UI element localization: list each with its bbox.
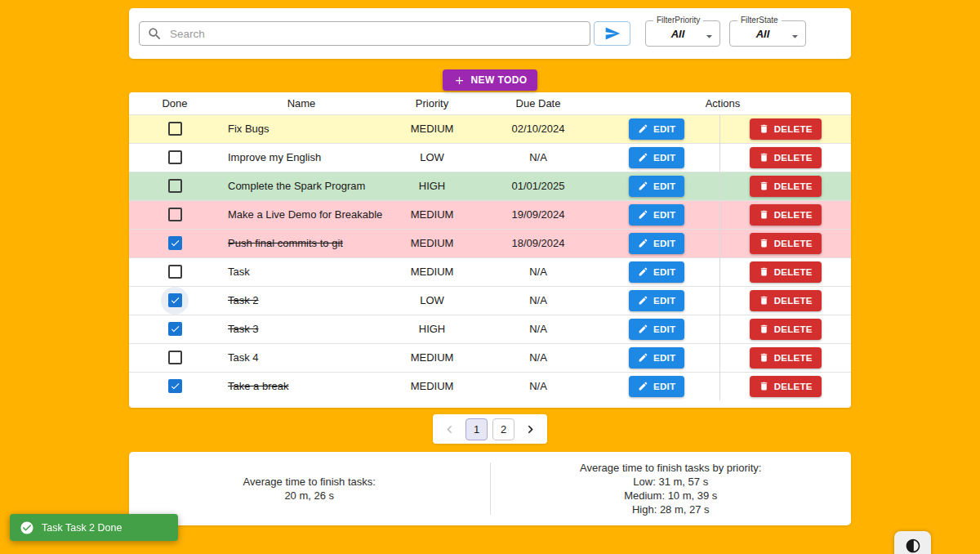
- todo-priority: MEDIUM: [382, 114, 482, 143]
- todo-table-card: Done Name Priority Due Date Actions Fix …: [129, 92, 851, 408]
- todo-due-date: 18/09/2024: [482, 229, 595, 257]
- checkbox-wrapper: [161, 115, 189, 143]
- checkbox-wrapper: [161, 344, 189, 372]
- delete-cell: DELETE: [719, 143, 851, 172]
- done-cell: [129, 172, 220, 200]
- delete-button[interactable]: DELETE: [750, 176, 822, 197]
- avg-time-overall-value: 20 m, 26 s: [129, 489, 490, 503]
- delete-button[interactable]: DELETE: [750, 290, 822, 311]
- avg-time-by-priority-title: Average time to finish tasks by priority…: [491, 461, 852, 475]
- checkbox-wrapper: [161, 172, 189, 200]
- name-cell: Fix Bugs: [220, 114, 382, 143]
- table-header-row: Done Name Priority Due Date Actions: [129, 92, 851, 114]
- done-checkbox[interactable]: [168, 179, 182, 193]
- delete-button[interactable]: DELETE: [750, 147, 822, 168]
- delete-button[interactable]: DELETE: [750, 118, 822, 140]
- checkbox-wrapper: [161, 144, 189, 172]
- edit-pencil-icon: [638, 209, 648, 220]
- edit-pencil-icon: [638, 352, 648, 363]
- done-checkbox[interactable]: [168, 379, 182, 393]
- todo-priority: HIGH: [382, 172, 482, 200]
- delete-cell: DELETE: [719, 172, 851, 200]
- edit-pencil-icon: [638, 238, 648, 248]
- done-checkbox[interactable]: [168, 322, 182, 336]
- table-row: Task MEDIUM N/A EDIT DELETE: [129, 257, 851, 286]
- pagination-page-1[interactable]: 1: [466, 418, 488, 440]
- done-checkbox[interactable]: [168, 122, 182, 136]
- new-todo-button[interactable]: NEW TODO: [443, 69, 538, 91]
- delete-button-label: DELETE: [774, 296, 813, 306]
- delete-cell: DELETE: [719, 315, 851, 343]
- search-input[interactable]: [170, 28, 582, 40]
- edit-button[interactable]: EDIT: [629, 376, 684, 397]
- edit-button[interactable]: EDIT: [629, 233, 684, 254]
- edit-button[interactable]: EDIT: [629, 118, 684, 140]
- done-checkbox[interactable]: [168, 208, 182, 221]
- delete-cell: DELETE: [719, 286, 851, 315]
- header-due-date: Due Date: [482, 92, 595, 114]
- pagination-page-2[interactable]: 2: [492, 418, 514, 440]
- delete-trash-icon: [759, 295, 769, 306]
- delete-button-label: DELETE: [774, 210, 813, 220]
- done-cell: [129, 372, 220, 400]
- edit-button[interactable]: EDIT: [629, 147, 684, 168]
- checkbox-wrapper: [161, 287, 189, 315]
- edit-pencil-icon: [638, 152, 648, 163]
- pagination-prev-button[interactable]: [439, 418, 461, 440]
- delete-button[interactable]: DELETE: [750, 319, 822, 340]
- todo-priority: MEDIUM: [382, 200, 482, 229]
- avg-time-overall: Average time to finish tasks: 20 m, 26 s: [129, 475, 490, 503]
- todo-due-date: 02/10/2024: [482, 114, 595, 143]
- filter-state-value: All: [756, 28, 770, 40]
- delete-trash-icon: [759, 238, 769, 248]
- done-checkbox[interactable]: [168, 265, 182, 279]
- delete-button[interactable]: DELETE: [750, 261, 822, 283]
- table-row: Task 3 HIGH N/A EDIT DELETE: [129, 315, 851, 343]
- delete-button-label: DELETE: [774, 181, 813, 191]
- done-checkbox[interactable]: [168, 293, 182, 307]
- delete-button[interactable]: DELETE: [750, 204, 822, 226]
- edit-button[interactable]: EDIT: [629, 347, 684, 369]
- filter-state-select[interactable]: FilterState All: [729, 20, 806, 47]
- edit-button[interactable]: EDIT: [629, 204, 684, 226]
- delete-button-label: DELETE: [774, 267, 813, 277]
- done-checkbox[interactable]: [168, 236, 182, 250]
- done-cell: [129, 114, 220, 143]
- edit-pencil-icon: [638, 266, 648, 277]
- filter-state-label: FilterState: [737, 16, 782, 25]
- table-row: Fix Bugs MEDIUM 02/10/2024 EDIT DELETE: [129, 114, 851, 143]
- edit-button-label: EDIT: [653, 210, 675, 220]
- edit-button[interactable]: EDIT: [629, 176, 684, 197]
- check-icon: [170, 295, 180, 306]
- edit-cell: EDIT: [595, 172, 719, 200]
- edit-button[interactable]: EDIT: [629, 261, 684, 283]
- toast-message: Task Task 2 Done: [42, 522, 122, 534]
- delete-button[interactable]: DELETE: [750, 347, 822, 369]
- edit-cell: EDIT: [595, 343, 719, 372]
- todo-due-date: N/A: [482, 143, 595, 172]
- plus-icon: [453, 74, 466, 87]
- search-submit-button[interactable]: [594, 21, 630, 46]
- delete-trash-icon: [759, 266, 769, 277]
- checkbox-wrapper: [161, 258, 189, 286]
- edit-pencil-icon: [638, 324, 648, 334]
- edit-button-label: EDIT: [653, 267, 675, 277]
- checkbox-wrapper: [161, 201, 189, 229]
- avg-time-by-priority: Average time to finish tasks by priority…: [491, 461, 852, 516]
- theme-toggle-button[interactable]: [894, 531, 931, 554]
- pagination-next-button[interactable]: [519, 418, 541, 440]
- edit-button[interactable]: EDIT: [629, 290, 684, 311]
- filter-priority-select[interactable]: FilterPriority All: [645, 20, 720, 47]
- delete-trash-icon: [759, 123, 769, 134]
- avg-time-low: Low: 31 m, 57 s: [491, 475, 852, 489]
- check-circle-icon: [20, 520, 34, 535]
- todo-table-body: Fix Bugs MEDIUM 02/10/2024 EDIT DELETE: [129, 114, 851, 400]
- edit-pencil-icon: [638, 295, 648, 306]
- stats-card: Average time to finish tasks: 20 m, 26 s…: [129, 452, 851, 525]
- header-name: Name: [220, 92, 382, 114]
- edit-button[interactable]: EDIT: [629, 319, 684, 340]
- done-checkbox[interactable]: [168, 351, 182, 364]
- done-checkbox[interactable]: [168, 150, 182, 164]
- delete-button[interactable]: DELETE: [750, 376, 822, 397]
- delete-button[interactable]: DELETE: [750, 233, 822, 254]
